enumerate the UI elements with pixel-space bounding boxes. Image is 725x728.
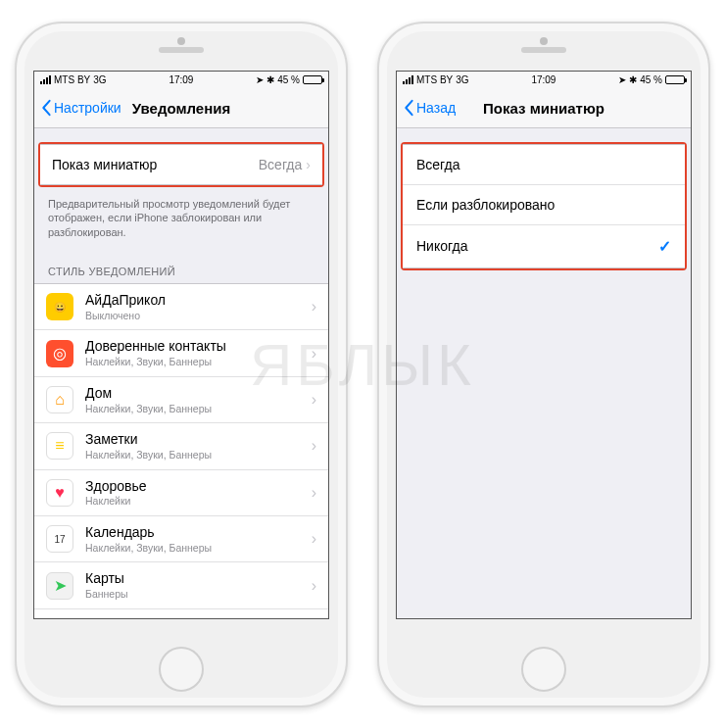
back-button[interactable]: Назад xyxy=(403,99,456,117)
network-label: 3G xyxy=(456,74,468,85)
camera-dot xyxy=(540,37,548,45)
section-header: СТИЛЬ УВЕДОМЛЕНИЙ xyxy=(34,252,328,283)
show-previews-cell[interactable]: Показ миниатюр Всегда › xyxy=(40,144,322,185)
back-button[interactable]: Настройки xyxy=(40,99,121,117)
location-icon: ➤ xyxy=(256,74,264,85)
page-title: Уведомления xyxy=(132,100,230,117)
app-title: АйДаПрикол xyxy=(85,292,306,309)
chevron-left-icon xyxy=(403,99,414,117)
footer-note: Предварительный просмотр уведомлений буд… xyxy=(34,191,328,253)
app-list: 😀АйДаПриколВыключено›◎Доверенные контакт… xyxy=(34,283,328,617)
status-bar: MTS BY 3G 17:09 ➤ ✱ 45 % xyxy=(34,72,328,89)
speaker xyxy=(159,47,204,53)
app-title: Здоровье xyxy=(85,478,306,495)
status-bar: MTS BY 3G 17:09 ➤ ✱ 45 % xyxy=(397,72,691,89)
signal-icon xyxy=(403,75,413,84)
phone-right: MTS BY 3G 17:09 ➤ ✱ 45 % Назад Показ мин… xyxy=(377,22,710,707)
camera-dot xyxy=(177,37,185,45)
option-label: Если разблокировано xyxy=(416,197,555,213)
screen-left: MTS BY 3G 17:09 ➤ ✱ 45 % Настройки Уведо… xyxy=(33,71,329,619)
app-title: Доверенные контакты xyxy=(85,338,306,355)
option-label: Никогда xyxy=(416,238,467,254)
back-label: Назад xyxy=(416,100,456,116)
speaker xyxy=(521,47,566,53)
chevron-right-icon: › xyxy=(306,157,311,172)
app-title: Календарь xyxy=(85,524,306,541)
location-icon: ➤ xyxy=(618,74,626,85)
app-title: Дом xyxy=(85,385,306,402)
content-left[interactable]: Показ миниатюр Всегда › Предварительный … xyxy=(34,128,328,618)
app-row[interactable]: ≡ЗаметкиНаклейки, Звуки, Баннеры› xyxy=(34,423,328,469)
home-button[interactable] xyxy=(159,647,204,692)
app-row[interactable]: ⌂ДомНаклейки, Звуки, Баннеры› xyxy=(34,377,328,423)
checkmark-icon: ✓ xyxy=(658,237,671,256)
show-previews-label: Показ миниатюр xyxy=(52,157,157,172)
app-subtitle: Баннеры xyxy=(85,588,306,601)
preview-option[interactable]: Никогда✓ xyxy=(403,225,685,268)
phone-left: MTS BY 3G 17:09 ➤ ✱ 45 % Настройки Уведо… xyxy=(15,22,348,707)
app-subtitle: Наклейки, Звуки, Баннеры xyxy=(85,356,306,368)
app-icon: ♥ xyxy=(46,479,73,507)
carrier-label: MTS BY xyxy=(416,74,453,85)
carrier-label: MTS BY xyxy=(54,74,90,85)
nav-bar: Назад Показ миниатюр xyxy=(397,89,691,128)
app-subtitle: Наклейки, Звуки, Баннеры xyxy=(85,403,306,415)
chevron-right-icon: › xyxy=(312,484,316,502)
app-row[interactable]: ♥ЗдоровьеНаклейки› xyxy=(34,470,328,516)
clock-label: 17:09 xyxy=(531,74,556,85)
app-subtitle: Наклейки, Звуки, Баннеры xyxy=(85,449,306,461)
app-icon: ⌂ xyxy=(46,386,73,413)
app-icon: ◎ xyxy=(46,340,73,367)
page-title: Показ миниатюр xyxy=(483,100,604,117)
home-button[interactable] xyxy=(521,647,566,692)
chevron-right-icon: › xyxy=(312,437,316,455)
app-title: Заметки xyxy=(85,431,306,448)
battery-pct: 45 % xyxy=(640,74,662,85)
signal-icon xyxy=(40,75,51,84)
app-icon: ≡ xyxy=(46,432,73,460)
app-icon: 17 xyxy=(46,525,73,553)
show-previews-value: Всегда xyxy=(259,157,303,172)
app-icon: ➤ xyxy=(46,572,73,600)
battery-pct: 45 % xyxy=(277,74,300,85)
preview-option[interactable]: Если разблокировано xyxy=(403,185,685,225)
app-row[interactable]: 😀АйДаПриколВыключено› xyxy=(34,284,328,330)
app-icon: 😀 xyxy=(46,293,73,320)
app-subtitle: Наклейки xyxy=(85,495,306,508)
chevron-right-icon: › xyxy=(312,345,316,363)
chevron-right-icon: › xyxy=(312,298,316,315)
app-row[interactable]: ➤КартыБаннеры› xyxy=(34,562,328,608)
chevron-left-icon xyxy=(40,99,52,117)
bluetooth-icon: ✱ xyxy=(266,74,274,85)
app-subtitle: Наклейки, Звуки, Баннеры xyxy=(85,542,306,555)
chevron-right-icon: › xyxy=(312,530,316,548)
app-title: Карты xyxy=(85,570,306,587)
back-label: Настройки xyxy=(54,100,121,116)
chevron-right-icon: › xyxy=(312,577,316,595)
battery-icon xyxy=(665,75,685,84)
bluetooth-icon: ✱ xyxy=(629,74,637,85)
app-row[interactable]: 17КалендарьНаклейки, Звуки, Баннеры› xyxy=(34,516,328,562)
screen-right: MTS BY 3G 17:09 ➤ ✱ 45 % Назад Показ мин… xyxy=(396,71,692,619)
app-subtitle: Выключено xyxy=(85,310,306,322)
content-right[interactable]: ВсегдаЕсли разблокированоНикогда✓ xyxy=(397,128,691,618)
app-title: Клавиатура Apple TV xyxy=(85,617,306,618)
battery-icon xyxy=(303,75,322,84)
app-row[interactable]: ◎Доверенные контактыНаклейки, Звуки, Бан… xyxy=(34,330,328,376)
preview-option[interactable]: Всегда xyxy=(403,144,685,185)
app-row[interactable]: tvКлавиатура Apple TVЗвуки, Предупрежден… xyxy=(34,609,328,618)
chevron-right-icon: › xyxy=(312,391,316,409)
option-label: Всегда xyxy=(416,157,460,172)
highlight-box: Показ миниатюр Всегда › xyxy=(38,142,324,187)
nav-bar: Настройки Уведомления xyxy=(34,89,328,128)
network-label: 3G xyxy=(93,74,106,85)
clock-label: 17:09 xyxy=(169,74,193,85)
option-list: ВсегдаЕсли разблокированоНикогда✓ xyxy=(401,142,687,270)
